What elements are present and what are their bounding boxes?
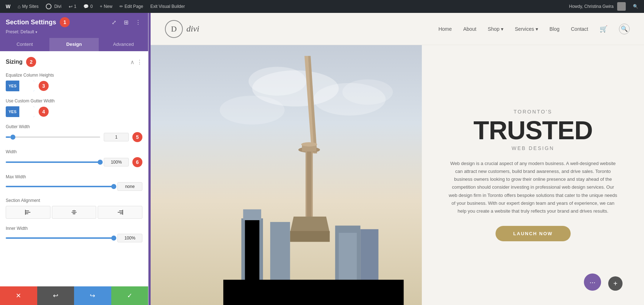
- new-btn[interactable]: + New: [97, 3, 115, 10]
- gutter-toggle-thumb: [19, 106, 34, 117]
- nav-home[interactable]: Home: [438, 26, 452, 32]
- hero-description: Web design is a crucial aspect of any mo…: [447, 160, 619, 215]
- my-sites-label: My Sites: [22, 4, 39, 9]
- svg-marker-24: [290, 217, 330, 233]
- sizing-section-header: Sizing 2 ∧ ⋮: [6, 57, 142, 67]
- launch-now-btn[interactable]: LAUNCH NOW: [496, 226, 571, 241]
- services-chevron-icon: ▾: [536, 26, 538, 32]
- revisions-btn[interactable]: ↩ 1: [66, 3, 79, 11]
- badge-5: 5: [132, 132, 142, 142]
- nav-blog[interactable]: Blog: [550, 26, 560, 32]
- panel-header-top: Section Settings 1 ⤢ ⊞ ⋮: [6, 17, 142, 27]
- width-fill: [6, 161, 100, 163]
- logo-icon: D: [165, 20, 183, 38]
- cancel-btn[interactable]: ✕: [0, 286, 37, 305]
- gutter-width-track: [6, 136, 100, 138]
- inner-width-field: Inner Width 100%: [6, 226, 142, 242]
- svg-rect-9: [118, 212, 123, 213]
- search-btn[interactable]: 🔍: [619, 24, 630, 34]
- align-left-btn[interactable]: [6, 206, 50, 219]
- hero-image: [151, 45, 422, 305]
- edit-page-btn[interactable]: ✏ Edit Page: [117, 3, 146, 10]
- comments-btn[interactable]: 💬 0: [80, 3, 96, 10]
- hero-section: TORONTO'S TRUSTED WEB DESIGN Web design …: [151, 45, 644, 305]
- admin-search-btn[interactable]: 🔍: [630, 3, 641, 10]
- exit-builder-label: Exit Visual Builder: [150, 4, 185, 9]
- width-label: Width: [6, 149, 142, 154]
- alignment-buttons: [6, 206, 142, 219]
- gutter-toggle-container: YES 4: [6, 106, 142, 117]
- my-sites-btn[interactable]: ⌂ My Sites: [15, 2, 41, 11]
- panel-header-icons: ⤢ ⊞ ⋮: [109, 18, 142, 26]
- svg-rect-8: [119, 210, 123, 211]
- align-right-btn[interactable]: [98, 206, 142, 219]
- panel-footer: ✕ ↩ ↪ ✓: [0, 286, 148, 305]
- user-greeting: Howdy, Christina Gwira: [569, 4, 614, 9]
- svg-rect-27: [245, 211, 259, 291]
- sizing-more-btn[interactable]: ⋮: [137, 59, 142, 66]
- align-center-btn[interactable]: [52, 206, 97, 219]
- exit-builder-btn[interactable]: Exit Visual Builder: [147, 3, 188, 10]
- badge-1: 1: [60, 17, 70, 27]
- gutter-width-field: Gutter Width 1 5: [6, 124, 142, 142]
- columns-icon-btn[interactable]: ⊞: [122, 18, 130, 26]
- width-thumb[interactable]: [98, 160, 103, 165]
- gutter-toggle[interactable]: YES: [6, 106, 34, 117]
- gutter-width-fill: [6, 136, 10, 138]
- equalize-column-heights-label: Equalize Column Heights: [6, 73, 142, 78]
- revisions-count: 1: [74, 4, 77, 9]
- hero-subtitle-bottom: WEB DESIGN: [512, 145, 554, 151]
- tab-design[interactable]: Design: [49, 38, 99, 51]
- shop-chevron-icon: ▾: [501, 26, 503, 32]
- sizing-section-controls: ∧ ⋮: [130, 59, 142, 66]
- svg-rect-5: [72, 212, 77, 213]
- save-btn[interactable]: ✓: [111, 286, 148, 305]
- inner-width-value[interactable]: 100%: [117, 234, 142, 242]
- max-width-value[interactable]: none: [117, 182, 142, 191]
- main-layout: Section Settings 1 ⤢ ⊞ ⋮ Preset: Default…: [0, 13, 644, 305]
- nav-shop[interactable]: Shop ▾: [488, 26, 503, 32]
- resize-icon-btn[interactable]: ⤢: [109, 18, 118, 26]
- tab-content[interactable]: Content: [0, 38, 49, 51]
- tab-advanced[interactable]: Advanced: [99, 38, 148, 51]
- howdy-label: Howdy, Christina Gwira: [566, 1, 629, 12]
- floating-add-btn[interactable]: +: [608, 276, 623, 291]
- inner-width-thumb[interactable]: [111, 236, 116, 241]
- equalize-column-heights-field: Equalize Column Heights YES 3: [6, 73, 142, 91]
- admin-bar-right: Howdy, Christina Gwira 🔍: [566, 1, 641, 12]
- svg-point-15: [342, 79, 393, 105]
- cn-tower-svg: [178, 45, 422, 305]
- nav-about[interactable]: About: [463, 26, 477, 32]
- gutter-width-value[interactable]: 1: [104, 133, 129, 141]
- floating-menu-btn[interactable]: ···: [584, 273, 601, 291]
- svg-rect-6: [73, 213, 75, 214]
- svg-rect-25: [290, 231, 330, 242]
- width-value[interactable]: 100%: [104, 158, 129, 166]
- sizing-title-row: Sizing 2: [6, 57, 36, 67]
- badge-6: 6: [132, 157, 142, 167]
- undo-btn[interactable]: ↩: [37, 286, 74, 305]
- wordpress-icon-btn[interactable]: W: [3, 2, 13, 11]
- sizing-collapse-btn[interactable]: ∧: [130, 59, 135, 66]
- divi-label: Divi: [54, 4, 62, 9]
- cart-icon-btn[interactable]: 🛒: [600, 25, 608, 33]
- inner-width-label: Inner Width: [6, 226, 142, 231]
- gutter-width-thumb[interactable]: [10, 135, 15, 140]
- redo-btn[interactable]: ↪: [74, 286, 111, 305]
- panel-title: Section Settings: [6, 19, 56, 26]
- divi-brand-btn[interactable]: Divi: [43, 2, 64, 11]
- width-slider-row: 100% 6: [6, 157, 142, 167]
- nav-contact[interactable]: Contact: [571, 26, 588, 32]
- max-width-thumb[interactable]: [111, 184, 116, 189]
- width-field: Width 100% 6: [6, 149, 142, 167]
- nav-services[interactable]: Services ▾: [515, 26, 538, 32]
- align-center-icon: [71, 209, 77, 215]
- more-icon-btn[interactable]: ⋮: [134, 18, 142, 26]
- comments-count-label: 0: [90, 4, 93, 9]
- svg-rect-2: [25, 213, 28, 214]
- sizing-label: Sizing: [6, 59, 23, 65]
- undo-icon: ↩: [53, 292, 58, 300]
- svg-rect-4: [72, 210, 76, 211]
- equalize-toggle[interactable]: YES: [6, 81, 34, 91]
- svg-rect-23: [307, 151, 311, 217]
